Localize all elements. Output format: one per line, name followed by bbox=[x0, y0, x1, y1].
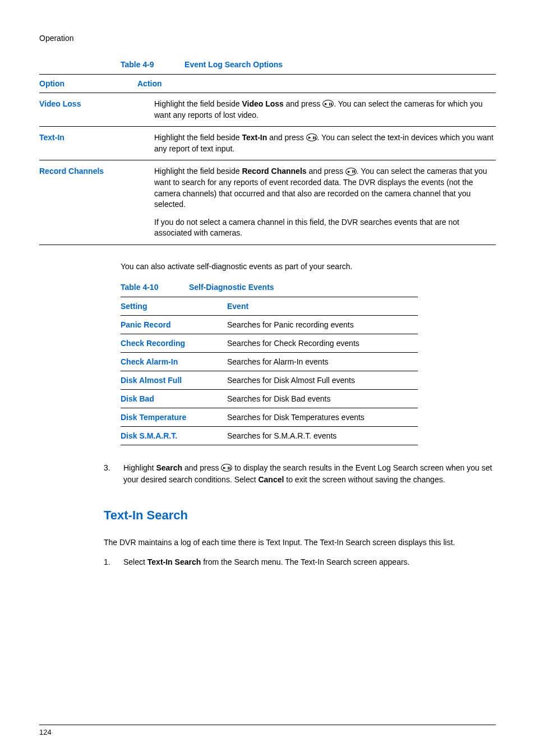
step-number: 3. bbox=[104, 462, 123, 486]
event-cell: Searches for S.M.A.R.T. events bbox=[227, 426, 418, 445]
option-cell: Video Loss bbox=[39, 93, 137, 127]
table2-caption: Table 4-10 Self-Diagnostic Events bbox=[121, 282, 496, 292]
self-diagnostic-events-table: Setting Event Panic RecordSearches for P… bbox=[121, 297, 418, 445]
event-cell: Searches for Disk Almost Full events bbox=[227, 371, 418, 389]
event-cell: Searches for Disk Bad events bbox=[227, 389, 418, 408]
table-row: Disk S.M.A.R.T.Searches for S.M.A.R.T. e… bbox=[121, 426, 418, 445]
body-paragraph: The DVR maintains a log of each time the… bbox=[39, 537, 496, 548]
setting-cell: Check Recording bbox=[121, 334, 227, 352]
section-heading-text-in-search: Text-In Search bbox=[39, 508, 496, 523]
table1-caption: Table 4-9 Event Log Search Options bbox=[39, 59, 496, 70]
text-bold: Text-In Search bbox=[147, 557, 201, 566]
play-pause-icon bbox=[221, 464, 232, 472]
setting-cell: Disk S.M.A.R.T. bbox=[121, 426, 227, 445]
text-span: Highlight the field beside bbox=[154, 99, 242, 108]
table1-caption-title: Event Log Search Options bbox=[185, 60, 283, 69]
setting-cell: Disk Temperature bbox=[121, 408, 227, 426]
action-cell: Highlight the field beside Record Channe… bbox=[137, 160, 496, 245]
event-cell: Searches for Disk Temperatures events bbox=[227, 408, 418, 426]
play-pause-icon bbox=[306, 133, 317, 141]
table-row: Disk BadSearches for Disk Bad events bbox=[121, 389, 418, 408]
table-row: Text-In Highlight the field beside Text-… bbox=[39, 127, 496, 160]
table-row: Panic RecordSearches for Panic recording… bbox=[121, 315, 418, 334]
event-cell: Searches for Check Recording events bbox=[227, 334, 418, 352]
event-log-search-options-table: Option Action Video Loss Highlight the f… bbox=[39, 74, 496, 245]
table2-header-event: Event bbox=[227, 297, 418, 315]
table-row: Video Loss Highlight the field beside Vi… bbox=[39, 93, 496, 127]
table-row: Disk Almost FullSearches for Disk Almost… bbox=[121, 371, 418, 389]
step-1: 1. Select Text-In Search from the Search… bbox=[39, 556, 496, 568]
page-header: Operation bbox=[39, 34, 496, 43]
play-pause-icon bbox=[322, 100, 334, 108]
mid-paragraph: You can also activate self-diagnostic ev… bbox=[39, 262, 496, 271]
setting-cell: Panic Record bbox=[121, 315, 227, 334]
text-span: Highlight bbox=[123, 463, 156, 472]
table2-caption-num: Table 4-10 bbox=[121, 283, 158, 292]
text-span: Highlight the field beside bbox=[154, 133, 242, 142]
table1-caption-num: Table 4-9 bbox=[121, 60, 154, 69]
setting-cell: Disk Bad bbox=[121, 389, 227, 408]
table-row: Check Alarm-InSearches for Alarm-In even… bbox=[121, 352, 418, 371]
setting-cell: Check Alarm-In bbox=[121, 352, 227, 371]
table-row: Record Channels Highlight the field besi… bbox=[39, 160, 496, 245]
table1-header-action: Action bbox=[137, 75, 496, 93]
text-span: and press bbox=[182, 463, 221, 472]
text-span: Highlight the field beside bbox=[154, 167, 242, 176]
text-paragraph: If you do not select a camera channel in… bbox=[154, 217, 494, 239]
text-span: and press bbox=[284, 99, 322, 108]
setting-cell: Disk Almost Full bbox=[121, 371, 227, 389]
step-body: Highlight Search and press to display th… bbox=[123, 462, 496, 486]
text-bold: Video Loss bbox=[242, 99, 283, 108]
table-row: Check RecordingSearches for Check Record… bbox=[121, 334, 418, 352]
table1-header-option: Option bbox=[39, 75, 137, 93]
play-pause-icon bbox=[345, 168, 357, 176]
option-cell: Text-In bbox=[39, 127, 137, 160]
event-cell: Searches for Alarm-In events bbox=[227, 352, 418, 371]
action-cell: Highlight the field beside Text-In and p… bbox=[137, 127, 496, 160]
step-body: Select Text-In Search from the Search me… bbox=[123, 556, 409, 568]
table-row: Disk TemperatureSearches for Disk Temper… bbox=[121, 408, 418, 426]
step-3: 3. Highlight Search and press to display… bbox=[39, 462, 496, 486]
option-cell: Record Channels bbox=[39, 160, 137, 245]
page-number: 124 bbox=[39, 728, 52, 736]
event-cell: Searches for Panic recording events bbox=[227, 315, 418, 334]
table2-caption-title: Self-Diagnostic Events bbox=[189, 283, 274, 292]
text-span: to exit the screen without saving the ch… bbox=[284, 475, 445, 484]
table2-header-setting: Setting bbox=[121, 297, 227, 315]
text-bold: Record Channels bbox=[242, 167, 306, 176]
action-cell: Highlight the field beside Video Loss an… bbox=[137, 93, 496, 127]
text-bold: Text-In bbox=[242, 133, 267, 142]
text-span: and press bbox=[267, 133, 306, 142]
text-bold: Search bbox=[156, 463, 182, 472]
text-span: from the Search menu. The Text-In Search… bbox=[201, 557, 409, 566]
footer-divider bbox=[39, 725, 496, 725]
text-span: and press bbox=[307, 167, 345, 176]
text-bold: Cancel bbox=[258, 475, 284, 484]
step-number: 1. bbox=[104, 556, 123, 568]
text-span: Select bbox=[123, 557, 147, 566]
